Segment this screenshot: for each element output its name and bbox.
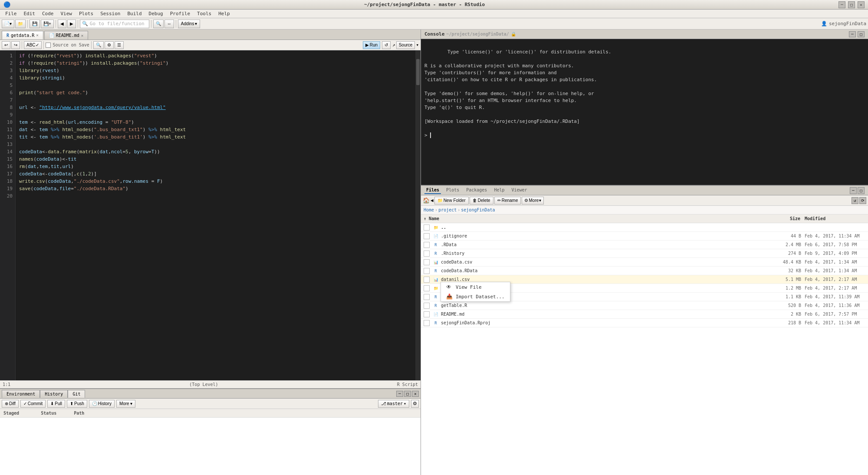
files-tab-packages[interactable]: Packages — [464, 187, 489, 194]
file-checkbox[interactable] — [424, 224, 430, 231]
col-size-header[interactable]: Size — [774, 216, 805, 221]
source-on-save-checkbox[interactable] — [46, 43, 51, 48]
delete-button[interactable]: 🗑 Delete — [470, 197, 493, 205]
context-menu-view-file[interactable]: 👁 View File — [441, 282, 510, 292]
files-refresh-button[interactable]: ↺ — [852, 197, 858, 204]
col-modified-header[interactable]: Modified — [805, 216, 865, 221]
console-maximize[interactable]: □ — [858, 31, 865, 37]
source-button[interactable]: Source — [396, 41, 415, 49]
go-to-file-input[interactable]: 🔍 Go to file/function — [80, 20, 149, 28]
tab-environment[interactable]: Environment — [2, 390, 40, 398]
close-button[interactable]: ✕ — [858, 1, 865, 8]
breadcrumb-project[interactable]: project — [438, 208, 457, 212]
git-settings-button[interactable]: ⚙ — [411, 400, 419, 408]
diff-button[interactable]: ⊕ Diff — [2, 400, 19, 408]
new-folder-button[interactable]: 📁 New Folder — [434, 197, 469, 205]
file-checkbox[interactable] — [424, 320, 430, 326]
file-checkbox[interactable] — [424, 233, 430, 239]
more-button[interactable]: More ▾ — [116, 400, 135, 408]
tab-readme-md[interactable]: 📄 README.md ✕ — [44, 31, 89, 40]
menu-profile[interactable]: Profile — [167, 10, 194, 17]
file-checkbox[interactable] — [424, 303, 430, 309]
list-item-rhistory[interactable]: R .Rhistory 274 B Feb 9, 2017, 4:09 PM — [421, 249, 868, 258]
menu-session[interactable]: Session — [97, 10, 124, 17]
tab-history[interactable]: History — [40, 390, 68, 398]
menu-code[interactable]: Code — [39, 10, 57, 17]
breadcrumb-home[interactable]: Home — [424, 208, 434, 212]
maximize-button[interactable]: □ — [848, 1, 855, 8]
files-panel-maximize[interactable]: □ — [858, 187, 865, 194]
rerun-button[interactable]: ↺ — [382, 41, 391, 49]
addins-button[interactable]: Addins ▾ — [178, 20, 201, 28]
console-content[interactable]: Type 'license()' or 'licence()' for dist… — [421, 39, 868, 185]
git-panel-close[interactable]: ✕ — [412, 391, 419, 397]
tab-getdata-r-close[interactable]: ✕ — [36, 33, 38, 37]
editor-options-button[interactable]: ⚙ — [105, 41, 114, 49]
menu-debug[interactable]: Debug — [145, 10, 167, 17]
menu-file[interactable]: File — [2, 10, 20, 17]
file-checkbox[interactable] — [424, 311, 430, 317]
files-tab-viewer[interactable]: Viewer — [510, 187, 529, 194]
spellcheck-button[interactable]: ABC✓ — [24, 41, 42, 49]
menu-plots[interactable]: Plots — [76, 10, 97, 17]
col-name-header[interactable]: ↑ Name — [424, 216, 774, 221]
git-panel-minimize[interactable]: ─ — [396, 391, 403, 397]
files-sync-button[interactable]: ⟳ — [859, 197, 866, 204]
tab-git[interactable]: Git — [68, 390, 85, 398]
pull-button[interactable]: ⬇ Pull — [47, 400, 65, 408]
undo-button[interactable]: ↩ — [2, 41, 10, 49]
list-item-rdata-main[interactable]: R .RData 2.4 MB Feb 6, 2017, 7:58 PM — [421, 241, 868, 249]
files-tab-files[interactable]: Files — [424, 187, 441, 194]
editor-scrollbar[interactable] — [415, 50, 421, 380]
find-button[interactable]: 🔍 — [153, 20, 164, 28]
back-nav-icon[interactable]: ◀ — [431, 198, 434, 203]
menu-view[interactable]: View — [57, 10, 76, 17]
console-prompt[interactable]: > — [424, 132, 865, 139]
list-item-codedata-rdata[interactable]: R codeData.RData 32 KB Feb 4, 2017, 1:34… — [421, 267, 868, 275]
file-checkbox[interactable] — [424, 251, 430, 257]
menu-build[interactable]: Build — [124, 10, 145, 17]
console-minimize[interactable]: ─ — [849, 31, 856, 37]
code-editor[interactable]: 12345 678910 1112131415 1617181920 if (!… — [0, 50, 421, 380]
show-outline-button[interactable]: ☰ — [115, 41, 124, 49]
forward-button[interactable]: ▶ — [67, 20, 76, 28]
code-content[interactable]: if (!require("rvest")) install.packages(… — [16, 50, 415, 380]
tab-readme-md-close[interactable]: ✕ — [81, 33, 83, 38]
files-tab-plots[interactable]: Plots — [444, 187, 461, 194]
save-all-button[interactable]: 💾+ — [41, 20, 54, 28]
open-file-button[interactable]: 📁 — [15, 20, 26, 28]
redo-button[interactable]: ↪ — [11, 41, 20, 49]
push-button[interactable]: ⬆ Push — [67, 400, 87, 408]
run-button[interactable]: ▶ Run — [363, 41, 380, 49]
file-checkbox[interactable] — [424, 259, 430, 265]
file-checkbox[interactable] — [424, 242, 430, 248]
rename-button[interactable]: ✏ Rename — [494, 197, 521, 205]
file-checkbox[interactable] — [424, 268, 430, 274]
list-item-parent[interactable]: 📁 .. — [421, 223, 868, 232]
scrollbar-thumb[interactable] — [416, 59, 420, 85]
menu-edit[interactable]: Edit — [20, 10, 39, 17]
history-button[interactable]: 🕐 History — [89, 400, 115, 408]
replace-button[interactable]: ↔ — [164, 20, 174, 28]
branch-selector[interactable]: ⎇ master ▾ — [378, 400, 409, 408]
list-item-gitignore[interactable]: 📄 .gitignore 44 B Feb 4, 2017, 11:34 AM — [421, 232, 868, 241]
menu-help[interactable]: Help — [215, 10, 233, 17]
home-nav-icon[interactable]: 🏠 — [423, 197, 430, 204]
file-checkbox[interactable] — [424, 277, 430, 283]
context-menu-import-dataset[interactable]: 📥 Import Dataset... — [441, 292, 510, 301]
files-panel-minimize[interactable]: ─ — [850, 187, 857, 194]
breadcrumb-folder[interactable]: sejongFinData — [461, 208, 495, 212]
list-item-rproj[interactable]: R sejongFinData.Rproj 218 B Feb 4, 2017,… — [421, 319, 868, 327]
tab-getdata-r[interactable]: R getdata.R ✕ — [2, 31, 43, 40]
save-button[interactable]: 💾 — [30, 20, 40, 28]
new-file-button[interactable]: 📄▾ — [2, 20, 14, 28]
git-panel-maximize[interactable]: □ — [404, 391, 411, 397]
files-tab-help[interactable]: Help — [492, 187, 506, 194]
file-checkbox[interactable] — [424, 294, 430, 300]
list-item-gettable-r[interactable]: R getTable.R 520 B Feb 4, 2017, 11:36 AM — [421, 301, 868, 310]
back-button[interactable]: ◀ — [58, 20, 66, 28]
find-in-editor-button[interactable]: 🔍 — [93, 41, 104, 49]
menu-tools[interactable]: Tools — [194, 10, 215, 17]
list-item-readme-md[interactable]: 📄 README.md 2 KB Feb 6, 2017, 7:57 PM — [421, 310, 868, 319]
files-more-button[interactable]: ⚙ More ▾ — [522, 197, 544, 205]
